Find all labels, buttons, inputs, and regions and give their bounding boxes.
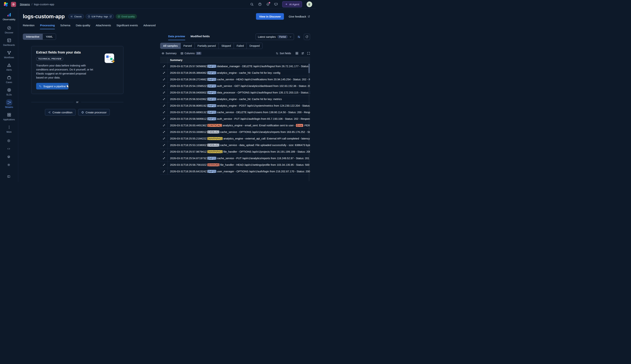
- tab-retention[interactable]: Retention: [23, 24, 34, 29]
- expand-row-button[interactable]: [160, 70, 168, 76]
- view-in-discover-button[interactable]: View in Discover: [256, 13, 284, 20]
- gear-button[interactable]: [7, 164, 11, 167]
- sidebar-item-dashboards[interactable]: Dashboards: [0, 36, 18, 48]
- ai-agent-button[interactable]: AI Agent: [282, 1, 302, 7]
- tab-processing[interactable]: Processing: [40, 24, 55, 29]
- avatar[interactable]: E: [306, 2, 312, 7]
- tab-significant-events[interactable]: Significant events: [116, 24, 138, 29]
- search-icon[interactable]: [250, 2, 254, 6]
- expand-icon: [163, 164, 165, 166]
- give-feedback-link[interactable]: Give feedback: [289, 15, 310, 18]
- expand-row-button[interactable]: [160, 109, 168, 115]
- summary-toggle-label: Summary: [166, 52, 176, 55]
- expand-row-button[interactable]: [160, 96, 168, 102]
- suggest-pipeline-button[interactable]: Suggest a pipeline: [36, 83, 68, 90]
- grid-header-row: Summary: [160, 57, 310, 63]
- log-level-badge: [INFO]: [208, 157, 216, 160]
- ilm-policy-badge[interactable]: ILM Policy: logs: [86, 14, 114, 19]
- log-summary-cell: 2026-03-31T18:26:08.272468Z [INFO] cache…: [168, 78, 310, 81]
- expand-row-button[interactable]: [160, 142, 168, 148]
- space-badge[interactable]: D: [11, 2, 16, 7]
- expand-row-button[interactable]: [160, 155, 168, 161]
- elastic-logo-icon[interactable]: [3, 2, 8, 7]
- tab-schema[interactable]: Schema: [60, 24, 70, 29]
- log-level-badge: [CRITICAL]: [208, 124, 222, 127]
- expand-row-button[interactable]: [160, 83, 168, 89]
- mode-yaml[interactable]: YAML: [42, 34, 56, 40]
- sidebar-item-slos[interactable]: SLOs: [0, 86, 18, 98]
- layers-button[interactable]: [7, 155, 11, 159]
- sidebar-item-label: Cases: [6, 81, 12, 84]
- log-level-badge: [INFO]: [208, 91, 216, 94]
- breadcrumb-streams[interactable]: Streams: [20, 3, 30, 6]
- log-summary-cell: 2026-03-31T18:26:05.689013Z [INFO] cache…: [168, 111, 310, 114]
- filter-dropped[interactable]: Dropped: [246, 43, 262, 49]
- sidebar-item-observability[interactable]: Observability: [0, 10, 18, 23]
- sidebar-item-discover[interactable]: Discover: [0, 24, 18, 36]
- sidebar-item-workflows[interactable]: Workflows: [0, 48, 18, 61]
- expand-row-button[interactable]: [160, 63, 168, 69]
- expand-row-button[interactable]: [160, 148, 168, 155]
- filter-skipped[interactable]: Skipped: [218, 43, 234, 49]
- grid-column-header[interactable]: Summary: [168, 58, 182, 62]
- sidebar-item-alerts[interactable]: Alerts: [0, 61, 18, 74]
- classic-badge[interactable]: Classic: [68, 14, 84, 19]
- tab-attachments[interactable]: Attachments: [96, 24, 111, 29]
- log-summary-cell: 2026-03-31T18:25:57.505669Z [INFO] datab…: [168, 65, 310, 68]
- samples-dropdown[interactable]: Latest samples Partial: [256, 34, 294, 40]
- plus-circle-button[interactable]: [7, 139, 11, 143]
- help-icon[interactable]: [258, 2, 262, 6]
- expand-icon: [163, 137, 165, 140]
- stream-type-icon: [70, 15, 73, 18]
- quality-badge[interactable]: Good quality: [116, 14, 137, 19]
- sidebar-nav: ObservabilityDiscoverDashboardsWorkflows…: [0, 9, 18, 182]
- expand-row-button[interactable]: [160, 162, 168, 168]
- compass-icon: [7, 26, 11, 30]
- expand-row-button[interactable]: [160, 102, 168, 109]
- topbar-actions: AI Agent E: [250, 1, 312, 7]
- expand-row-button[interactable]: [160, 122, 168, 128]
- breadcrumb: Streams / logs-custom-app: [20, 3, 54, 6]
- create-processor-button[interactable]: Create processor: [78, 109, 110, 116]
- filter-partially-parsed[interactable]: Partially parsed: [195, 43, 218, 49]
- panel-left-button[interactable]: [7, 175, 11, 179]
- notifications-icon[interactable]: [266, 2, 270, 6]
- grid-scrollbar[interactable]: [308, 63, 310, 181]
- sort-fields-button[interactable]: Sort fields: [274, 51, 292, 56]
- sidebar-item-more[interactable]: More: [0, 123, 18, 136]
- filter-parsed[interactable]: Parsed: [180, 43, 195, 49]
- filter-failed[interactable]: Failed: [234, 43, 247, 49]
- table-row: 2026-03-31T18:26:05.641524Z [INFO] user_…: [160, 168, 310, 175]
- or-divider-row: or: [31, 100, 124, 104]
- log-level-badge: [INFO]: [208, 104, 216, 107]
- expand-row-button[interactable]: [160, 116, 168, 122]
- columns-button[interactable]: Columns 1/3: [179, 51, 203, 56]
- code-button[interactable]: [7, 147, 11, 151]
- chat-icon[interactable]: [274, 2, 278, 6]
- tab-data-preview[interactable]: Data preview: [168, 35, 185, 40]
- tab-advanced[interactable]: Advanced: [143, 24, 156, 29]
- mode-interactive[interactable]: Interactive: [23, 34, 42, 40]
- sidebar-item-streams[interactable]: Streams: [0, 98, 18, 110]
- sidebar-item-cases[interactable]: Cases: [0, 74, 18, 86]
- eye-icon: [162, 52, 164, 55]
- expand-row-button[interactable]: [160, 168, 168, 174]
- grid-scrollbar-thumb[interactable]: [308, 64, 310, 73]
- summary-toggle-button[interactable]: Summary: [160, 51, 178, 56]
- tab-modified-fields[interactable]: Modified fields: [190, 35, 210, 40]
- fullscreen-icon[interactable]: [307, 52, 310, 55]
- sample-filters: All samplesParsedPartially parsedSkipped…: [160, 43, 262, 49]
- log-timestamp: 2026-03-31T18:25:58.569561Z: [170, 118, 208, 120]
- expand-row-button[interactable]: [160, 129, 168, 135]
- filter-all-samples[interactable]: All samples: [160, 43, 180, 49]
- sidebar-item-applications[interactable]: Applications: [0, 110, 18, 123]
- refresh-button[interactable]: [304, 34, 310, 40]
- expand-row-button[interactable]: [160, 76, 168, 82]
- create-condition-button[interactable]: Create condition: [45, 109, 76, 116]
- expand-row-button[interactable]: [160, 135, 168, 142]
- expand-row-button[interactable]: [160, 89, 168, 96]
- grid-view-icon[interactable]: [296, 52, 298, 55]
- preview-settings-button[interactable]: [296, 34, 302, 40]
- display-options-icon[interactable]: [301, 52, 304, 55]
- tab-data-quality[interactable]: Data quality: [76, 24, 90, 29]
